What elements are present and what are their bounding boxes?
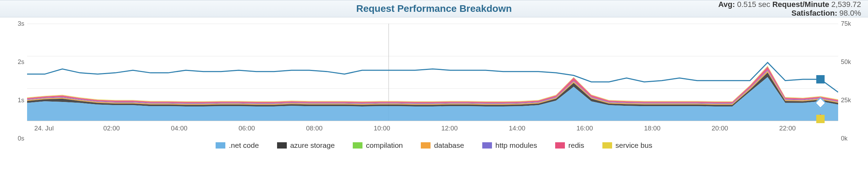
legend-label: compilation: [366, 141, 403, 150]
legend-label: azure storage: [290, 141, 335, 150]
legend-item-sbus[interactable]: service bus: [602, 141, 652, 150]
y-left-tick: 3s: [10, 20, 24, 27]
legend-swatch: [555, 142, 565, 149]
x-tick: 12:00: [441, 125, 458, 132]
title-bar: Request Performance Breakdown Avg: 0.515…: [0, 0, 868, 17]
legend-swatch: [421, 142, 431, 149]
legend-item-redis[interactable]: redis: [555, 141, 584, 150]
legend-item-net[interactable]: .net code: [216, 141, 259, 150]
x-tick: 08:00: [306, 125, 323, 132]
x-tick: 10:00: [374, 125, 390, 132]
x-tick: 22:00: [779, 125, 796, 132]
legend-item-http[interactable]: http modules: [482, 141, 537, 150]
legend-label: redis: [568, 141, 584, 150]
legend-swatch: [353, 142, 362, 149]
y-right-tick: 75k: [841, 20, 858, 27]
legend-label: .net code: [229, 141, 259, 150]
x-tick: 18:00: [644, 125, 661, 132]
plot-svg: [27, 24, 838, 121]
legend-item-comp[interactable]: compilation: [353, 141, 403, 150]
y-right-tick: 50k: [841, 58, 858, 65]
legend-label: http modules: [495, 141, 537, 150]
x-tick: 24. Jul: [34, 125, 54, 132]
y-left-tick: 0s: [10, 135, 24, 142]
legend-item-db[interactable]: database: [421, 141, 464, 150]
x-tick: 14:00: [509, 125, 526, 132]
y-right-tick: 25k: [841, 97, 858, 104]
x-tick: 20:00: [712, 125, 728, 132]
chart-title: Request Performance Breakdown: [0, 3, 868, 14]
x-tick: 02:00: [103, 125, 120, 132]
legend-label: service bus: [616, 141, 652, 150]
y-right-tick: 0k: [841, 135, 858, 142]
series-marker: [816, 115, 825, 123]
legend-swatch: [602, 142, 612, 149]
y-left-tick: 2s: [10, 58, 24, 65]
legend-item-azure[interactable]: azure storage: [277, 141, 335, 150]
series-marker: [816, 75, 825, 83]
legend-label: database: [434, 141, 464, 150]
legend-swatch: [216, 142, 225, 149]
x-tick: 04:00: [171, 125, 187, 132]
x-tick: 16:00: [576, 125, 593, 132]
legend: .net codeazure storagecompilationdatabas…: [0, 138, 868, 155]
y-left-tick: 1s: [10, 97, 24, 104]
panel: Request Performance Breakdown Avg: 0.515…: [0, 0, 868, 155]
x-tick: 06:00: [239, 125, 255, 132]
legend-swatch: [482, 142, 492, 149]
chart-area[interactable]: 0s 1s 2s 3s 0k 25k 50k 75k 24. Jul02:000…: [10, 24, 858, 138]
x-axis: 24. Jul02:0004:0006:0008:0010:0012:0014:…: [27, 122, 838, 138]
plot-region[interactable]: [27, 24, 838, 121]
legend-swatch: [277, 142, 287, 149]
